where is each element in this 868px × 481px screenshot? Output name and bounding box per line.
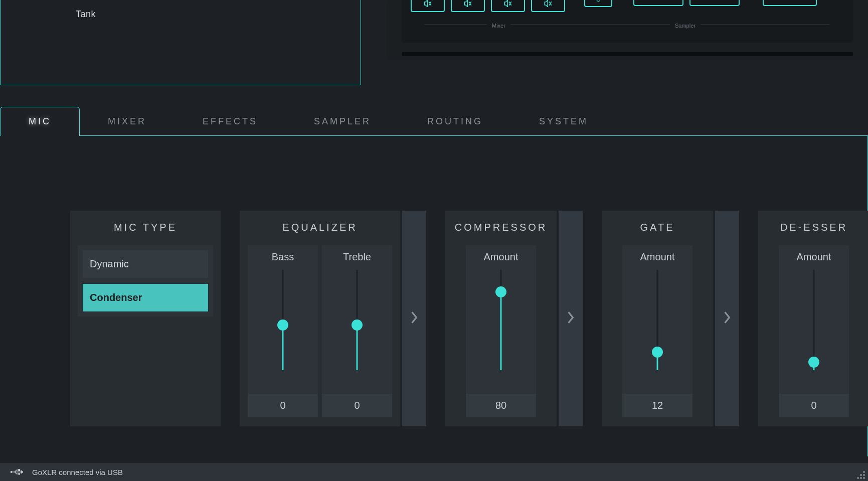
svg-point-4	[19, 473, 20, 475]
profile-item[interactable]: Tank	[11, 5, 351, 24]
sample-button-2[interactable]	[689, 0, 740, 6]
deesser-panel: DE-ESSER Amount 0	[758, 211, 868, 426]
profile-dropdown[interactable]: Tank	[0, 0, 361, 85]
main-tab-bar: MIC MIXER EFFECTS SAMPLER ROUTING SYSTEM	[0, 107, 868, 136]
svg-marker-2	[21, 470, 23, 473]
tab-sampler[interactable]: SAMPLER	[286, 107, 399, 136]
sample-button-1[interactable]	[633, 0, 683, 6]
chevron-right-icon	[723, 311, 732, 326]
gate-slider-label: Amount	[640, 251, 675, 263]
mute-button-4[interactable]	[531, 0, 565, 12]
compressor-expand[interactable]	[559, 211, 583, 426]
deesser-title: DE-ESSER	[780, 222, 847, 233]
gate-panel: GATE Amount 12	[602, 211, 713, 426]
eq-bass-value: 0	[248, 394, 318, 417]
compressor-slider-label: Amount	[484, 251, 518, 263]
equalizer-title: EQUALIZER	[282, 222, 357, 233]
gate-slider[interactable]: Amount 12	[622, 245, 692, 417]
gate-value: 12	[622, 394, 692, 417]
tab-mixer[interactable]: MIXER	[80, 107, 175, 136]
gate-title: GATE	[640, 222, 675, 233]
compressor-value: 80	[466, 394, 536, 417]
eq-treble-slider[interactable]: Treble 0	[322, 245, 392, 417]
gate-group: GATE Amount 12	[602, 211, 739, 426]
mic-type-condenser[interactable]: Condenser	[83, 284, 208, 311]
mic-type-dynamic[interactable]: Dynamic	[83, 250, 208, 278]
svg-point-0	[11, 471, 12, 473]
gate-expand[interactable]	[715, 211, 739, 426]
usb-icon	[10, 468, 23, 476]
compressor-title: COMPRESSOR	[455, 222, 547, 233]
hardware-sampler-label: Sampler	[670, 23, 701, 29]
mic-type-panel: MIC TYPE Dynamic Condenser	[70, 211, 221, 426]
chevron-right-icon	[410, 311, 419, 326]
mute-button-2[interactable]	[451, 0, 485, 12]
status-bar: GoXLR connected via USB	[0, 463, 868, 481]
compressor-group: COMPRESSOR Amount 80	[445, 211, 583, 426]
tab-mic[interactable]: MIC	[0, 107, 80, 136]
deesser-slider-label: Amount	[797, 251, 831, 263]
mute-button-3[interactable]	[491, 0, 525, 12]
eq-bass-label: Bass	[272, 251, 294, 263]
mic-type-list: Dynamic Condenser	[78, 245, 213, 316]
tab-effects[interactable]: EFFECTS	[175, 107, 286, 136]
equalizer-panel: EQUALIZER Bass 0 Treble	[240, 211, 400, 426]
eq-treble-label: Treble	[343, 251, 371, 263]
eq-bass-slider[interactable]: Bass 0	[248, 245, 318, 417]
bank-c-button[interactable]: C	[584, 0, 612, 7]
hardware-base	[402, 52, 853, 56]
equalizer-group: EQUALIZER Bass 0 Treble	[240, 211, 426, 426]
cough-mic-button[interactable]	[763, 0, 817, 6]
compressor-panel: COMPRESSOR Amount 80	[445, 211, 557, 426]
tab-routing[interactable]: ROUTING	[399, 107, 511, 136]
status-text: GoXLR connected via USB	[32, 468, 123, 476]
chevron-right-icon	[566, 311, 575, 326]
hardware-preview: C Mixer Sampler	[387, 0, 868, 60]
mic-panels: MIC TYPE Dynamic Condenser EQUALIZER Bas…	[70, 211, 868, 426]
svg-rect-3	[19, 469, 20, 471]
mute-button-1[interactable]	[411, 0, 445, 12]
deesser-slider[interactable]: Amount 0	[779, 245, 849, 417]
equalizer-expand[interactable]	[402, 211, 426, 426]
tab-system[interactable]: SYSTEM	[511, 107, 616, 136]
deesser-value: 0	[779, 394, 849, 417]
compressor-slider[interactable]: Amount 80	[466, 245, 536, 417]
resize-grip[interactable]	[855, 469, 865, 479]
mic-type-title: MIC TYPE	[114, 222, 177, 233]
hardware-mixer-label: Mixer	[487, 23, 510, 29]
eq-treble-value: 0	[322, 394, 392, 417]
